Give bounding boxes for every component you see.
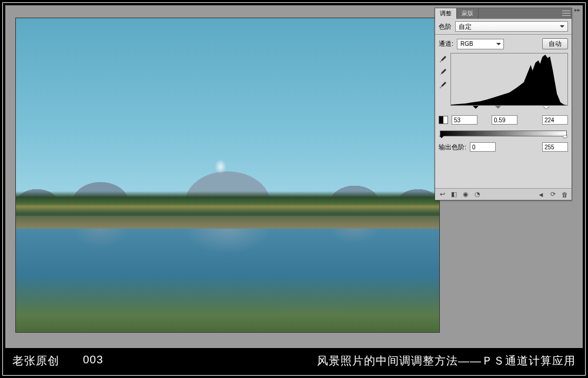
output-gradient[interactable] [440,131,567,136]
caption-title: 风景照片的中间调调整方法——ＰＳ通道计算应用 [317,353,576,369]
output-levels-label: 输出色阶: [439,143,466,152]
output-white-slider[interactable] [563,136,567,141]
landscape-image [16,18,439,332]
tab-masks[interactable]: 蒙版 [457,8,479,19]
output-black-input[interactable]: 0 [470,142,496,152]
highlights-input[interactable]: 224 [542,115,568,125]
histogram-chart[interactable] [450,53,568,106]
panel-footer: ↩ ◧ ◉ ◔ ◄ ⟳ 🗑 [435,188,572,200]
adjustment-type-label: 色阶 [439,22,452,31]
previous-state-icon[interactable]: ◄ [536,190,546,199]
caption-bar: 老张原创 003 风景照片的中间调调整方法——ＰＳ通道计算应用 [5,349,583,373]
workspace: ▸▸ 调整 蒙版 色阶 自定 通道: RGB [5,5,583,349]
shadows-slider[interactable] [473,106,479,112]
tab-adjustments[interactable]: 调整 [435,8,457,19]
clip-icon[interactable]: ◔ [473,190,482,199]
channel-label: 通道: [439,39,453,48]
adjustments-panel: 调整 蒙版 色阶 自定 通道: RGB 自动 [435,8,572,200]
caption-author: 老张原创 [12,353,59,369]
eyedropper-gray-icon[interactable] [439,68,447,76]
eyedropper-white-icon[interactable] [439,81,447,89]
channel-value: RGB [460,41,473,47]
clip-preview-icon[interactable] [439,116,448,124]
preset-value: 自定 [459,22,472,31]
output-white-input[interactable]: 255 [542,142,568,152]
shadows-input[interactable]: 53 [452,115,477,125]
reset-icon[interactable]: ⟳ [548,190,557,199]
toggle-layer-icon[interactable]: ◧ [449,190,459,199]
panel-menu-icon[interactable] [562,9,570,16]
return-arrow-icon[interactable]: ↩ [437,190,447,199]
eyedropper-black-icon[interactable] [439,55,447,63]
trash-icon[interactable]: 🗑 [560,190,569,199]
midtones-input[interactable]: 0.59 [492,115,517,125]
midtones-slider[interactable] [495,106,501,112]
caption-number: 003 [83,353,103,369]
channel-dropdown[interactable]: RGB [457,39,504,49]
input-slider-track[interactable] [450,107,556,113]
collapse-panel-icon[interactable]: ▸▸ [573,6,582,15]
highlights-slider[interactable] [543,106,549,112]
visibility-icon[interactable]: ◉ [461,190,470,199]
image-canvas[interactable] [16,18,439,332]
panel-tab-bar: 调整 蒙版 [435,8,572,19]
output-black-slider[interactable] [439,136,444,141]
auto-button[interactable]: 自动 [542,38,568,49]
preset-dropdown[interactable]: 自定 [455,21,568,32]
